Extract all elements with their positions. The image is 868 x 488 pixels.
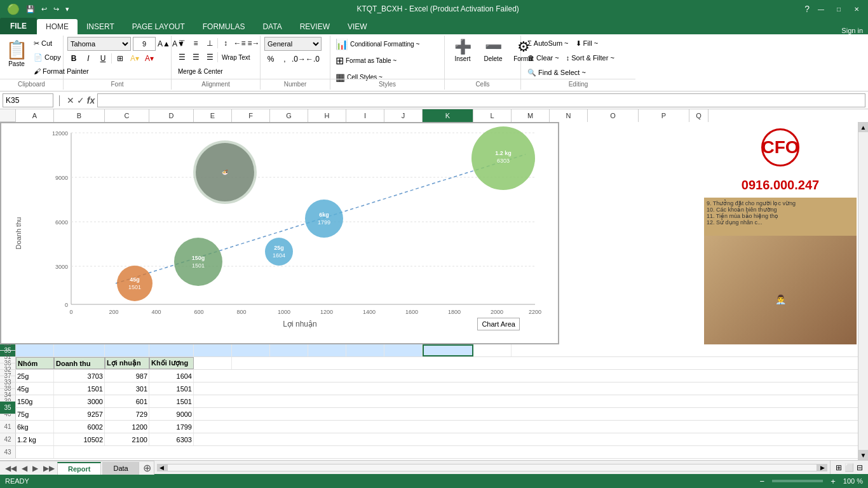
scroll-down[interactable]: ▼	[858, 450, 868, 460]
decimal-decrease-btn[interactable]: ←.0	[306, 53, 319, 65]
help-icon[interactable]: ?	[804, 4, 810, 14]
decimal-increase-btn[interactable]: .0→	[292, 53, 305, 65]
autosum-btn[interactable]: Σ AutoSum ~	[525, 37, 571, 50]
align-center-btn[interactable]: ☰	[189, 51, 202, 64]
insert-function-icon[interactable]: fx	[87, 95, 95, 105]
align-middle-btn[interactable]: ≡	[189, 37, 202, 50]
restore-btn[interactable]: □	[832, 3, 845, 15]
zoom-out-btn[interactable]: −	[760, 477, 765, 486]
sheet-nav-next[interactable]: ▶	[30, 464, 41, 473]
cell-A37[interactable]: 25g	[16, 370, 54, 382]
fill-color-btn[interactable]: A▾	[128, 52, 141, 65]
indent-decrease-btn[interactable]: ←≡	[233, 37, 246, 50]
close-btn[interactable]: ✕	[850, 3, 863, 15]
cell-I35[interactable]	[346, 344, 384, 356]
cell-C38[interactable]: 301	[105, 383, 149, 395]
tab-data[interactable]: DATA	[254, 19, 290, 34]
tab-file[interactable]: FILE	[0, 18, 37, 34]
undo-btn[interactable]: ↩	[39, 5, 49, 13]
cell-D38[interactable]: 1501	[149, 383, 194, 395]
scroll-track[interactable]	[858, 132, 868, 450]
view-normal-btn[interactable]: ⊞	[836, 463, 842, 472]
cell-D41[interactable]: 1799	[149, 421, 194, 433]
sheet-tab-report[interactable]: Report	[57, 462, 101, 475]
cell-A42[interactable]: 1.2 kg	[16, 433, 54, 445]
cell-A43[interactable]	[16, 446, 54, 458]
cell-B42[interactable]: 10502	[54, 433, 105, 445]
cell-B40[interactable]: 9257	[54, 408, 105, 420]
tab-view[interactable]: VIEW	[339, 19, 376, 34]
scroll-bar-track[interactable]	[167, 464, 817, 471]
tab-page-layout[interactable]: PAGE LAYOUT	[123, 19, 194, 34]
cell-A35[interactable]	[16, 344, 54, 356]
sheet-tab-data[interactable]: Data	[102, 462, 139, 475]
cell-C39[interactable]: 601	[105, 395, 149, 407]
sheet-nav-right[interactable]: ▶▶	[41, 464, 57, 473]
vertical-scrollbar[interactable]: ▲ ▼	[858, 122, 868, 460]
clear-btn[interactable]: 🗑 Clear ~	[525, 51, 562, 64]
confirm-formula-icon[interactable]: ✓	[77, 95, 85, 105]
cell-D40[interactable]: 9000	[149, 408, 194, 420]
cell-B39[interactable]: 3000	[54, 395, 105, 407]
cell-L35[interactable]	[473, 344, 512, 356]
zoom-slider[interactable]	[772, 480, 823, 482]
sheet-nav-left[interactable]: ◀◀	[3, 464, 19, 473]
cell-A40[interactable]: 75g	[16, 408, 54, 420]
name-box[interactable]	[3, 93, 53, 107]
cell-D35[interactable]	[149, 344, 194, 356]
format-as-table-btn[interactable]: ⊞ Format as Table ~	[334, 53, 421, 68]
sheet-nav-prev[interactable]: ◀	[19, 464, 30, 473]
text-direction-btn[interactable]: ↕	[219, 37, 232, 50]
paste-button[interactable]: 📋 Paste	[4, 37, 29, 70]
cell-D39[interactable]: 1501	[149, 395, 194, 407]
minimize-btn[interactable]: —	[815, 3, 827, 15]
sort-filter-btn[interactable]: ↕ Sort & Filter ~	[564, 51, 617, 64]
cancel-formula-icon[interactable]: ✕	[67, 95, 74, 105]
tab-review[interactable]: REVIEW	[291, 19, 339, 34]
cell-A39[interactable]: 150g	[16, 395, 54, 407]
chart-container[interactable]: Doanh thu 12000 9000 6000	[0, 122, 559, 344]
tab-formulas[interactable]: FORMULAS	[194, 19, 254, 34]
italic-btn[interactable]: I	[82, 52, 95, 65]
cell-B37[interactable]: 3703	[54, 370, 105, 382]
customize-btn[interactable]: ▾	[64, 5, 71, 13]
cell-C36[interactable]: Lợi nhuận	[105, 357, 149, 369]
cell-C42[interactable]: 2100	[105, 433, 149, 445]
cell-C35[interactable]	[105, 344, 149, 356]
tab-home[interactable]: HOME	[37, 19, 78, 34]
cell-C37[interactable]: 987	[105, 370, 149, 382]
conditional-formatting-btn[interactable]: 📊 Conditional Formatting ~	[334, 37, 421, 51]
redo-btn[interactable]: ↪	[51, 5, 61, 13]
cell-D36[interactable]: Khối lượng	[149, 357, 194, 369]
cell-E36[interactable]	[194, 357, 232, 369]
underline-btn[interactable]: U	[97, 52, 109, 65]
align-bottom-btn[interactable]: ⊥	[203, 37, 216, 50]
merge-center-btn[interactable]: Merge & Center	[175, 65, 260, 78]
find-select-btn[interactable]: 🔍 Find & Select ~	[525, 66, 588, 79]
cell-B35[interactable]	[54, 344, 105, 356]
font-color-btn[interactable]: A▾	[143, 52, 156, 65]
view-layout-btn[interactable]: ⊟	[857, 463, 863, 472]
align-left-btn[interactable]: ☰	[175, 51, 188, 64]
cell-D37[interactable]: 1604	[149, 370, 194, 382]
cell-K35[interactable]	[423, 344, 473, 356]
formula-input[interactable]	[97, 93, 865, 107]
font-grow-btn[interactable]: A▲	[158, 37, 170, 50]
cell-A36[interactable]: Nhóm	[16, 357, 54, 369]
cell-B41[interactable]: 6002	[54, 421, 105, 433]
save-btn[interactable]: 💾	[24, 5, 37, 13]
borders-btn[interactable]: ⊞	[114, 52, 126, 65]
wrap-text-btn[interactable]: Wrap Text	[219, 51, 253, 64]
scroll-up[interactable]: ▲	[858, 122, 868, 132]
cell-J35[interactable]	[384, 344, 423, 356]
tab-insert[interactable]: INSERT	[78, 19, 123, 34]
delete-btn[interactable]: ➖ Delete	[479, 37, 507, 75]
font-family-select[interactable]: Tahoma	[67, 37, 131, 51]
cell-G35[interactable]	[270, 344, 308, 356]
cell-A41[interactable]: 6kg	[16, 421, 54, 433]
number-format-select[interactable]: General	[264, 37, 322, 51]
cell-B38[interactable]: 1501	[54, 383, 105, 395]
sign-in-btn[interactable]: Sign in	[841, 27, 863, 34]
zoom-in-btn[interactable]: +	[831, 477, 836, 486]
insert-btn[interactable]: ➕ Insert	[449, 37, 477, 75]
